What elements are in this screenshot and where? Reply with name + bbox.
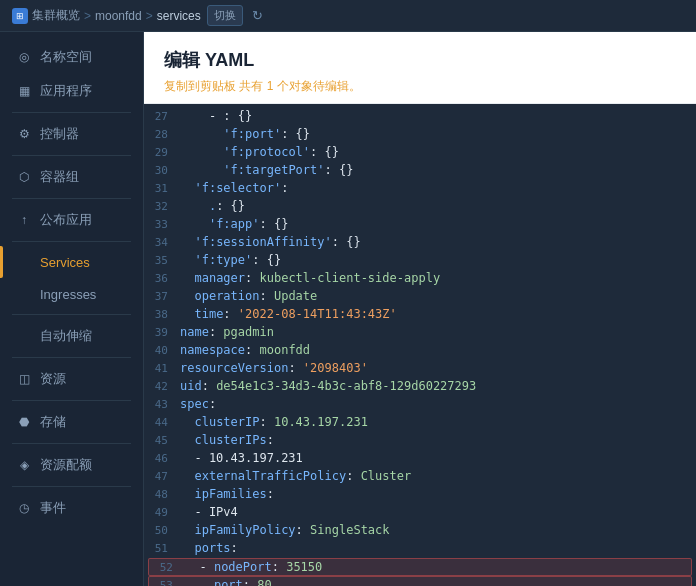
- sidebar-item-autoscale[interactable]: 自动伸缩: [0, 319, 143, 353]
- line-content: 'f:selector':: [180, 181, 696, 195]
- sidebar-item-label-container-group: 容器组: [40, 168, 79, 186]
- line-number: 51: [144, 541, 180, 555]
- code-line: 28 'f:port': {}: [144, 126, 696, 144]
- panel-subtitle: 复制到剪贴板 共有 1 个对象待编辑。: [164, 78, 676, 95]
- line-content: clusterIPs:: [180, 433, 696, 447]
- code-line: 44 clusterIP: 10.43.197.231: [144, 414, 696, 432]
- line-content: 'f:protocol': {}: [180, 145, 696, 159]
- breadcrumb-sep1: >: [84, 9, 91, 23]
- line-content: name: pgadmin: [180, 325, 696, 339]
- controller-icon: ⚙: [16, 126, 32, 142]
- code-line: 43spec:: [144, 396, 696, 414]
- sidebar-item-label-resources: 资源: [40, 370, 66, 388]
- namespace-icon: ◎: [16, 49, 32, 65]
- sidebar-divider-5: [12, 314, 131, 315]
- sidebar-item-applications[interactable]: ▦ 应用程序: [0, 74, 143, 108]
- sidebar-divider-2: [12, 155, 131, 156]
- line-number: 27: [144, 109, 180, 123]
- services-icon: [16, 254, 32, 270]
- code-line: 49 - IPv4: [144, 504, 696, 522]
- code-line: 53 port: 80: [148, 576, 692, 586]
- sidebar-item-label-storage: 存储: [40, 413, 66, 431]
- sidebar-item-label-ingresses: Ingresses: [40, 287, 96, 302]
- line-content: 'f:targetPort': {}: [180, 163, 696, 177]
- code-line: 33 'f:app': {}: [144, 216, 696, 234]
- line-number: 52: [149, 560, 185, 574]
- sidebar-divider-3: [12, 198, 131, 199]
- code-line: 50 ipFamilyPolicy: SingleStack: [144, 522, 696, 540]
- subtitle-pre: 复制到剪贴板 共有: [164, 79, 267, 93]
- code-line: 52 - nodePort: 35150: [148, 558, 692, 576]
- code-line: 27 - : {}: [144, 108, 696, 126]
- sidebar-divider-8: [12, 443, 131, 444]
- sidebar-divider-7: [12, 400, 131, 401]
- breadcrumb-sep2: >: [146, 9, 153, 23]
- publish-icon: ↑: [16, 212, 32, 228]
- code-line: 40namespace: moonfdd: [144, 342, 696, 360]
- line-number: 43: [144, 397, 180, 411]
- line-number: 33: [144, 217, 180, 231]
- line-number: 31: [144, 181, 180, 195]
- line-content: 'f:type': {}: [180, 253, 696, 267]
- refresh-button[interactable]: ↻: [249, 7, 267, 25]
- sidebar-item-quota[interactable]: ◈ 资源配额: [0, 448, 143, 482]
- line-content: clusterIP: 10.43.197.231: [180, 415, 696, 429]
- sidebar-item-label-services: Services: [40, 255, 90, 270]
- line-content: 'f:port': {}: [180, 127, 696, 141]
- line-number: 41: [144, 361, 180, 375]
- line-content: - : {}: [180, 109, 696, 123]
- breadcrumb-cluster[interactable]: 集群概览: [32, 7, 80, 24]
- line-number: 40: [144, 343, 180, 357]
- code-line: 32 .: {}: [144, 198, 696, 216]
- code-line: 51 ports:: [144, 540, 696, 558]
- sidebar-item-storage[interactable]: ⬣ 存储: [0, 405, 143, 439]
- line-content: ipFamilyPolicy: SingleStack: [180, 523, 696, 537]
- breadcrumb-namespace[interactable]: moonfdd: [95, 9, 142, 23]
- sidebar-item-events[interactable]: ◷ 事件: [0, 491, 143, 525]
- line-content: uid: de54e1c3-34d3-4b3c-abf8-129d6022729…: [180, 379, 696, 393]
- sidebar-item-controller[interactable]: ⚙ 控制器: [0, 117, 143, 151]
- storage-icon: ⬣: [16, 414, 32, 430]
- sidebar: ◎ 名称空间 ▦ 应用程序 ⚙ 控制器 ⬡ 容器组 ↑ 公布应用: [0, 32, 144, 586]
- sidebar-item-container-group[interactable]: ⬡ 容器组: [0, 160, 143, 194]
- line-content: externalTrafficPolicy: Cluster: [180, 469, 696, 483]
- yaml-editor[interactable]: 27 - : {}28 'f:port': {}29 'f:protocol':…: [144, 104, 696, 586]
- sidebar-item-resources[interactable]: ◫ 资源: [0, 362, 143, 396]
- sidebar-item-label-applications: 应用程序: [40, 82, 92, 100]
- switcher-button[interactable]: 切换: [207, 5, 243, 26]
- sidebar-item-ingresses[interactable]: Ingresses: [0, 278, 143, 310]
- sidebar-item-label-namespace: 名称空间: [40, 48, 92, 66]
- line-content: ipFamilies:: [180, 487, 696, 501]
- breadcrumb: ⊞ 集群概览 > moonfdd > services: [12, 7, 201, 24]
- line-content: - 10.43.197.231: [180, 451, 696, 465]
- line-content: 'f:sessionAffinity': {}: [180, 235, 696, 249]
- sidebar-divider-4: [12, 241, 131, 242]
- main-layout: ◎ 名称空间 ▦ 应用程序 ⚙ 控制器 ⬡ 容器组 ↑ 公布应用: [0, 32, 696, 586]
- edit-panel: 编辑 YAML 复制到剪贴板 共有 1 个对象待编辑。 27 - : {}28 …: [144, 32, 696, 586]
- code-line: 42uid: de54e1c3-34d3-4b3c-abf8-129d60227…: [144, 378, 696, 396]
- line-content: namespace: moonfdd: [180, 343, 696, 357]
- content-area: 编辑 YAML 复制到剪贴板 共有 1 个对象待编辑。 27 - : {}28 …: [144, 32, 696, 586]
- sidebar-item-label-events: 事件: [40, 499, 66, 517]
- sidebar-item-label-controller: 控制器: [40, 125, 79, 143]
- code-line: 29 'f:protocol': {}: [144, 144, 696, 162]
- code-line: 46 - 10.43.197.231: [144, 450, 696, 468]
- line-number: 46: [144, 451, 180, 465]
- code-line: 41resourceVersion: '2098403': [144, 360, 696, 378]
- line-content: port: 80: [185, 578, 691, 586]
- sidebar-item-services[interactable]: Services: [0, 246, 143, 278]
- sidebar-item-publish[interactable]: ↑ 公布应用: [0, 203, 143, 237]
- code-line: 31 'f:selector':: [144, 180, 696, 198]
- sidebar-item-namespace[interactable]: ◎ 名称空间: [0, 40, 143, 74]
- code-line: 47 externalTrafficPolicy: Cluster: [144, 468, 696, 486]
- line-number: 29: [144, 145, 180, 159]
- container-group-icon: ⬡: [16, 169, 32, 185]
- line-number: 48: [144, 487, 180, 501]
- code-line: 34 'f:sessionAffinity': {}: [144, 234, 696, 252]
- line-number: 34: [144, 235, 180, 249]
- sidebar-divider-6: [12, 357, 131, 358]
- line-content: .: {}: [180, 199, 696, 213]
- line-number: 50: [144, 523, 180, 537]
- code-line: 30 'f:targetPort': {}: [144, 162, 696, 180]
- code-line: 39name: pgadmin: [144, 324, 696, 342]
